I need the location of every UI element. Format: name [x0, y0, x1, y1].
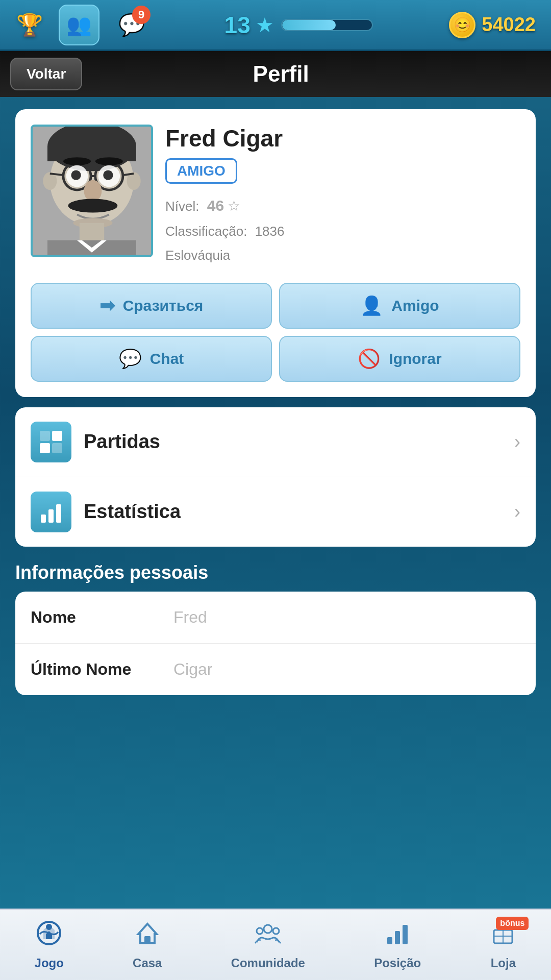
- partidas-label: Partidas: [84, 431, 514, 453]
- user-name: Fred Cigar: [165, 125, 520, 152]
- battle-label: Сразиться: [123, 297, 204, 314]
- level-section: 13 ★: [224, 11, 373, 39]
- xp-bar: [281, 19, 373, 31]
- back-button[interactable]: Voltar: [10, 58, 82, 90]
- avatar: [31, 125, 153, 257]
- friends-button[interactable]: 👥: [59, 5, 99, 45]
- svg-point-17: [84, 180, 102, 202]
- svg-point-14: [103, 170, 113, 180]
- notification-badge: 9: [132, 6, 151, 24]
- jogo-label: Jogo: [35, 956, 64, 970]
- svg-rect-36: [387, 937, 392, 944]
- partidas-chevron: ›: [514, 431, 520, 453]
- bottom-nav: Jogo Casa Comuni: [0, 909, 551, 980]
- casa-icon: [134, 920, 161, 952]
- ignore-label: Ignorar: [389, 350, 441, 368]
- ignore-icon: 🚫: [358, 348, 381, 370]
- battle-icon: ➡: [99, 295, 115, 316]
- ultimo-nome-row: Último Nome Cigar: [15, 644, 536, 695]
- chat-notify-button[interactable]: 💬 9: [115, 8, 148, 41]
- profile-info: Fred Cigar AMIGO Nível: 46 ☆ Classificaç…: [165, 125, 520, 267]
- nav-posicao[interactable]: Posição: [364, 915, 431, 975]
- profile-stats: Nível: 46 ☆ Classificação: 1836 Eslováqu…: [165, 192, 520, 267]
- svg-point-34: [257, 928, 263, 934]
- nav-casa[interactable]: Casa: [122, 915, 172, 975]
- personal-info-heading: Informações pessoais: [15, 562, 536, 583]
- profile-top: Fred Cigar AMIGO Nível: 46 ☆ Classificaç…: [31, 125, 520, 267]
- svg-rect-32: [144, 936, 151, 943]
- nome-label: Nome: [31, 608, 173, 627]
- info-card: Nome Fred Último Nome Cigar: [15, 592, 536, 695]
- bonus-tag: bônus: [496, 917, 529, 930]
- estatistica-chevron: ›: [514, 501, 520, 523]
- svg-rect-26: [52, 443, 62, 453]
- partidas-icon: [31, 422, 71, 462]
- friend-badge: AMIGO: [165, 158, 237, 184]
- nav-jogo[interactable]: Jogo: [24, 915, 74, 975]
- top-bar: 🏆 👥 💬 9 13 ★ 😊 54022: [0, 0, 551, 51]
- nav-loja[interactable]: bônus Loja: [480, 915, 527, 975]
- level-number: 13: [224, 11, 251, 39]
- partidas-row[interactable]: Partidas ›: [15, 407, 536, 477]
- svg-point-35: [273, 928, 279, 934]
- svg-rect-25: [40, 443, 50, 453]
- estatistica-icon: [31, 492, 71, 532]
- estatistica-row[interactable]: Estatística ›: [15, 477, 536, 547]
- coin-icon: 😊: [449, 12, 475, 38]
- estatistica-label: Estatística: [84, 501, 514, 523]
- friend-label: Amigo: [391, 297, 439, 314]
- svg-rect-37: [395, 931, 400, 944]
- svg-point-18: [68, 199, 118, 212]
- nome-row: Nome Fred: [15, 592, 536, 644]
- profile-card: Fred Cigar AMIGO Nível: 46 ☆ Classificaç…: [15, 109, 536, 397]
- svg-rect-29: [56, 504, 61, 523]
- chat-label: Chat: [150, 350, 184, 368]
- nome-value: Fred: [173, 608, 207, 627]
- trophy-icon[interactable]: 🏆: [15, 11, 43, 39]
- level-star-icon: ★: [256, 13, 274, 37]
- battle-button[interactable]: ➡ Сразиться: [31, 283, 272, 329]
- country: Eslováquia: [165, 243, 520, 267]
- coins-section: 😊 54022: [449, 12, 536, 38]
- chat-icon: 💬: [119, 348, 142, 370]
- main-content: Fred Cigar AMIGO Nível: 46 ☆ Classificaç…: [0, 97, 551, 789]
- svg-rect-3: [47, 146, 136, 161]
- svg-rect-27: [41, 514, 46, 523]
- comunidade-label: Comunidade: [231, 956, 305, 970]
- svg-rect-38: [403, 925, 408, 944]
- jogo-icon: [36, 920, 62, 952]
- posicao-icon: [384, 920, 411, 952]
- class-value: 1836: [255, 224, 285, 239]
- svg-point-33: [264, 925, 272, 933]
- page-header: Voltar Perfil: [0, 51, 551, 97]
- posicao-label: Posição: [374, 956, 421, 970]
- casa-label: Casa: [133, 956, 162, 970]
- comunidade-icon: [255, 920, 281, 952]
- level-label: Nível:: [165, 199, 199, 214]
- svg-point-16: [95, 157, 123, 165]
- svg-point-31: [46, 924, 52, 930]
- page-title: Perfil: [92, 61, 541, 87]
- svg-point-13: [71, 170, 81, 180]
- nav-comunidade[interactable]: Comunidade: [221, 915, 315, 975]
- svg-point-15: [63, 157, 91, 165]
- chat-button[interactable]: 💬 Chat: [31, 336, 272, 382]
- ignore-button[interactable]: 🚫 Ignorar: [279, 336, 520, 382]
- svg-rect-28: [48, 509, 54, 523]
- sections-card: Partidas › Estatística ›: [15, 407, 536, 547]
- class-label: Classificação:: [165, 224, 247, 239]
- loja-label: Loja: [491, 956, 516, 970]
- friend-icon: 👤: [360, 295, 383, 316]
- ultimo-nome-value: Cigar: [173, 660, 212, 679]
- svg-rect-23: [40, 431, 50, 441]
- action-buttons: ➡ Сразиться 👤 Amigo 💬 Chat 🚫 Ignorar: [31, 283, 520, 382]
- level-value: 46: [207, 197, 224, 214]
- ultimo-nome-label: Último Nome: [31, 660, 173, 679]
- coin-amount: 54022: [482, 14, 536, 36]
- level-star: ☆: [228, 198, 240, 214]
- svg-rect-24: [52, 431, 62, 441]
- friend-button[interactable]: 👤 Amigo: [279, 283, 520, 329]
- xp-fill: [282, 20, 336, 30]
